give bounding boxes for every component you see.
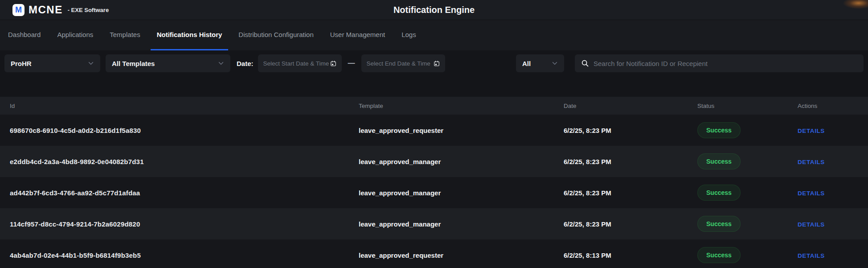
- application-select[interactable]: ProHR: [4, 54, 100, 72]
- column-header-id: Id: [0, 103, 349, 109]
- nav-bar: Dashboard Applications Templates Notific…: [0, 20, 868, 50]
- notification-template: leave_approved_requester: [349, 127, 554, 134]
- column-header-status: Status: [688, 103, 788, 109]
- details-link[interactable]: DETAILS: [798, 159, 825, 165]
- table-row: e2ddb4cd-2a3a-4bd8-9892-0e04082b7d31 lea…: [0, 146, 868, 177]
- brand-suffix: - EXE Software: [68, 7, 109, 13]
- details-link[interactable]: DETAILS: [798, 252, 825, 259]
- brand: M MCNE - EXE Software: [12, 4, 109, 16]
- status-badge: Success: [697, 247, 741, 263]
- table-row: 698670c8-6910-4c5d-a0d2-b216d1f5a830 lea…: [0, 115, 868, 146]
- filter-row: ProHR All Templates Date: — All: [0, 50, 868, 73]
- table-row: 4ab4ab7d-02e4-44b1-b5f9-b6814f9b3eb5 lea…: [0, 239, 868, 268]
- chevron-down-icon: [218, 60, 224, 66]
- search-icon: [581, 59, 589, 67]
- notification-date: 6/2/25, 8:13 PM: [554, 252, 688, 259]
- notification-id: 698670c8-6910-4c5d-a0d2-b216d1f5a830: [0, 127, 349, 134]
- details-link[interactable]: DETAILS: [798, 128, 825, 134]
- page-title: Notification Engine: [0, 5, 868, 15]
- details-link[interactable]: DETAILS: [798, 190, 825, 197]
- column-header-template: Template: [349, 103, 554, 109]
- notification-template: leave_approved_manager: [349, 220, 554, 228]
- table-row: 114cf957-d8cc-4794-9214-7b2a6029d820 lea…: [0, 208, 868, 239]
- tab-distribution-configuration[interactable]: Distribution Configuration: [232, 20, 319, 50]
- column-header-actions: Actions: [788, 103, 868, 109]
- column-header-date: Date: [554, 103, 688, 109]
- search-input[interactable]: [594, 60, 857, 67]
- tab-user-management[interactable]: User Management: [324, 20, 391, 50]
- app-header: M MCNE - EXE Software Notification Engin…: [0, 0, 868, 20]
- notifications-table: Id Template Date Status Actions 698670c8…: [0, 97, 868, 268]
- status-select-value: All: [522, 60, 531, 67]
- notification-template: leave_approved_requester: [349, 252, 554, 259]
- template-select[interactable]: All Templates: [106, 54, 230, 72]
- status-badge: Success: [697, 185, 741, 201]
- chevron-down-icon: [88, 60, 94, 66]
- notification-date: 6/2/25, 8:23 PM: [554, 127, 688, 134]
- end-date-input[interactable]: [361, 54, 445, 72]
- start-date-input[interactable]: [258, 54, 342, 72]
- notification-date: 6/2/25, 8:23 PM: [554, 189, 688, 197]
- tab-logs[interactable]: Logs: [395, 20, 422, 50]
- logo-letter: M: [15, 5, 22, 15]
- tab-templates[interactable]: Templates: [103, 20, 146, 50]
- status-badge: Success: [697, 122, 741, 138]
- chevron-down-icon: [552, 60, 558, 66]
- date-range-dash: —: [348, 59, 355, 67]
- status-select[interactable]: All: [516, 54, 564, 72]
- tab-applications[interactable]: Applications: [51, 20, 99, 50]
- notification-id: 4ab4ab7d-02e4-44b1-b5f9-b6814f9b3eb5: [0, 252, 349, 259]
- brand-name: MCNE: [29, 4, 63, 16]
- notification-template: leave_approved_manager: [349, 158, 554, 165]
- date-filter-label: Date:: [237, 60, 254, 67]
- notification-template: leave_approved_manager: [349, 189, 554, 197]
- details-link[interactable]: DETAILS: [798, 221, 825, 228]
- end-date-field[interactable]: [367, 60, 434, 67]
- tab-dashboard[interactable]: Dashboard: [2, 20, 47, 50]
- table-header: Id Template Date Status Actions: [0, 97, 868, 115]
- calendar-icon[interactable]: [330, 60, 336, 67]
- status-badge: Success: [697, 153, 741, 169]
- status-badge: Success: [697, 216, 741, 232]
- calendar-icon[interactable]: [434, 60, 440, 67]
- notification-id: ad442b7f-6cd3-4766-aa92-d5c77d1afdaa: [0, 189, 349, 197]
- notification-id: 114cf957-d8cc-4794-9214-7b2a6029d820: [0, 220, 349, 228]
- start-date-field[interactable]: [263, 60, 330, 67]
- table-row: ad442b7f-6cd3-4766-aa92-d5c77d1afdaa lea…: [0, 177, 868, 208]
- notification-date: 6/2/25, 8:23 PM: [554, 220, 688, 228]
- tab-notifications-history[interactable]: Notifications History: [151, 20, 229, 50]
- corner-avatar-glow: [843, 0, 868, 9]
- template-select-value: All Templates: [112, 60, 155, 67]
- notification-id: e2ddb4cd-2a3a-4bd8-9892-0e04082b7d31: [0, 158, 349, 165]
- notification-date: 6/2/25, 8:23 PM: [554, 158, 688, 165]
- search-box[interactable]: [575, 54, 864, 72]
- mcne-logo-icon: M: [12, 4, 25, 16]
- application-select-value: ProHR: [11, 60, 32, 67]
